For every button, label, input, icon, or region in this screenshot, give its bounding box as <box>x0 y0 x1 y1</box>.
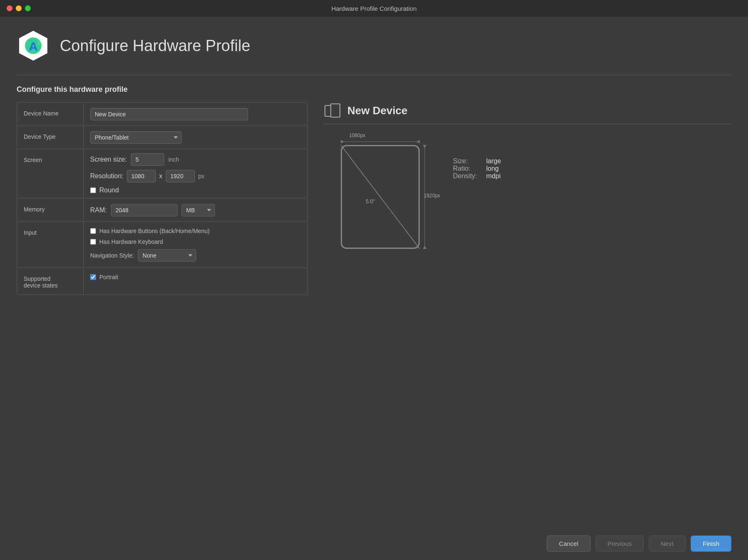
density-spec: Density: mdpi <box>453 172 501 180</box>
screen-size-line: Screen size: inch <box>90 153 179 166</box>
hardware-buttons-label: Has Hardware Buttons (Back/Home/Menu) <box>99 228 209 234</box>
maximize-button[interactable] <box>25 5 31 11</box>
svg-marker-12 <box>423 145 426 148</box>
ratio-spec-value: long <box>486 165 499 172</box>
input-row: Input Has Hardware Buttons (Back/Home/Me… <box>17 222 307 268</box>
device-diagram: 1080px 1920px <box>324 133 440 261</box>
device-specs: Size: large Ratio: long Density: mdpi <box>453 133 501 180</box>
form-panel: Device Name Device Type Phone/Tablet TV … <box>17 102 308 519</box>
previous-button[interactable]: Previous <box>595 535 644 552</box>
screen-label: Screen <box>17 149 84 198</box>
screen-size-unit: inch <box>168 156 179 163</box>
next-button[interactable]: Next <box>649 535 686 552</box>
device-name-field <box>84 103 307 125</box>
hardware-buttons-checkbox[interactable] <box>90 228 96 234</box>
svg-rect-6 <box>331 104 340 117</box>
portrait-checkbox[interactable] <box>90 274 96 280</box>
app-logo: A <box>17 29 50 62</box>
header-section: A Configure Hardware Profile <box>17 29 731 62</box>
svg-line-10 <box>341 145 420 249</box>
form-table: Device Name Device Type Phone/Tablet TV … <box>17 102 308 295</box>
cancel-button[interactable]: Cancel <box>547 535 591 552</box>
svg-text:A: A <box>29 39 38 53</box>
resolution-x-unit: x <box>159 172 162 180</box>
size-spec: Size: large <box>453 157 501 165</box>
preview-device-name: New Device <box>347 104 408 117</box>
page-title: Configure Hardware Profile <box>60 37 250 55</box>
resolution-line: Resolution: x px <box>90 170 204 182</box>
ram-unit-select[interactable]: MB GB <box>182 204 215 216</box>
header-divider <box>17 75 731 75</box>
window-title: Hardware Profile Configuration <box>331 5 416 12</box>
screen-size-input[interactable] <box>131 153 164 166</box>
ram-label: RAM: <box>90 206 107 214</box>
memory-row: Memory RAM: MB GB <box>17 199 307 222</box>
hardware-keyboard-line: Has Hardware Keyboard <box>90 238 163 245</box>
footer: Cancel Previous Next Finish <box>0 527 748 560</box>
titlebar: Hardware Profile Configuration <box>0 0 748 17</box>
ram-input[interactable] <box>111 204 177 216</box>
preview-body: 1080px 1920px <box>324 133 731 261</box>
input-field: Has Hardware Buttons (Back/Home/Menu) Ha… <box>84 222 307 268</box>
screen-field: Screen size: inch Resolution: x px <box>84 149 307 198</box>
density-spec-label: Density: <box>453 172 478 180</box>
hardware-buttons-line: Has Hardware Buttons (Back/Home/Menu) <box>90 228 209 234</box>
nav-style-line: Navigation Style: None Gesture 3-Button <box>90 249 196 262</box>
device-type-label: Device Type <box>17 126 84 149</box>
supported-states-field: Portrait <box>84 268 307 295</box>
svg-marker-9 <box>416 140 420 143</box>
device-name-label: Device Name <box>17 103 84 125</box>
device-type-row: Device Type Phone/Tablet TV Wear OS Desk… <box>17 126 307 149</box>
resolution-y-input[interactable] <box>166 170 195 182</box>
hardware-keyboard-checkbox[interactable] <box>90 239 96 245</box>
screen-row: Screen Screen size: inch Resolution: x <box>17 149 307 199</box>
resolution-label: Resolution: <box>90 172 123 180</box>
diagonal-label: 5.0" <box>366 198 375 204</box>
device-name-row: Device Name <box>17 103 307 126</box>
svg-marker-13 <box>423 246 426 249</box>
portrait-label: Portrait <box>99 274 118 280</box>
section-title: Configure this hardware profile <box>17 85 731 94</box>
supported-states-label: Supported device states <box>17 268 84 295</box>
preview-header: New Device <box>324 102 731 124</box>
input-label: Input <box>17 222 84 268</box>
portrait-line: Portrait <box>90 274 118 280</box>
memory-label: Memory <box>17 199 84 221</box>
height-arrow <box>421 145 428 249</box>
main-content: A Configure Hardware Profile Configure t… <box>0 17 748 527</box>
minimize-button[interactable] <box>16 5 22 11</box>
round-label: Round <box>99 187 119 194</box>
width-label: 1080px <box>349 133 365 138</box>
diagonal-line <box>341 145 420 249</box>
resolution-x-input[interactable] <box>127 170 156 182</box>
round-line: Round <box>90 187 119 194</box>
content-area: Device Name Device Type Phone/Tablet TV … <box>17 102 731 519</box>
finish-button[interactable]: Finish <box>691 535 731 552</box>
device-name-input[interactable] <box>90 108 248 120</box>
device-type-select[interactable]: Phone/Tablet TV Wear OS Desktop <box>90 131 182 144</box>
memory-field: RAM: MB GB <box>84 199 307 221</box>
ratio-spec: Ratio: long <box>453 165 501 172</box>
screen-size-label: Screen size: <box>90 156 127 163</box>
size-spec-value: large <box>486 157 501 165</box>
nav-style-label: Navigation Style: <box>90 252 134 259</box>
density-spec-value: mdpi <box>486 172 501 180</box>
close-button[interactable] <box>7 5 12 11</box>
ratio-spec-label: Ratio: <box>453 165 478 172</box>
svg-marker-8 <box>341 140 344 143</box>
supported-states-row: Supported device states Portrait <box>17 268 307 295</box>
traffic-lights <box>7 5 31 11</box>
hardware-keyboard-label: Has Hardware Keyboard <box>99 238 163 245</box>
round-checkbox[interactable] <box>90 187 96 193</box>
size-spec-label: Size: <box>453 157 478 165</box>
device-preview-icon <box>324 102 341 119</box>
device-type-field: Phone/Tablet TV Wear OS Desktop <box>84 126 307 149</box>
width-arrow <box>341 138 424 145</box>
resolution-unit: px <box>198 173 204 179</box>
nav-style-select[interactable]: None Gesture 3-Button <box>138 249 196 262</box>
preview-panel: New Device 1080px <box>324 102 731 519</box>
